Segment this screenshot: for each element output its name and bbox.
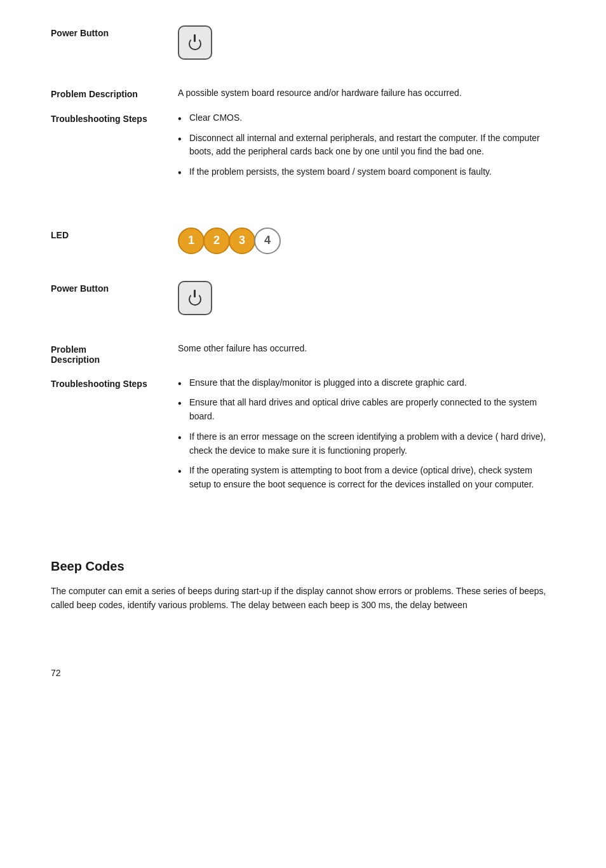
beep-codes-body: The computer can emit a series of beeps … bbox=[51, 584, 555, 613]
led-label: LED bbox=[51, 227, 178, 240]
problem-description-label-1: Problem Description bbox=[51, 86, 178, 99]
second-power-button-row: Power Button bbox=[51, 281, 555, 315]
power-symbol-2 bbox=[187, 290, 203, 306]
step-item: Clear CMOS. bbox=[178, 111, 555, 125]
step-item: If the problem persists, the system boar… bbox=[178, 165, 555, 179]
first-problem-description-row: Problem Description A possible system bo… bbox=[51, 86, 555, 100]
led-circle-2: 2 bbox=[203, 227, 230, 254]
steps-list-1: Clear CMOS. Disconnect all internal and … bbox=[178, 111, 555, 179]
power-symbol-1 bbox=[187, 34, 203, 51]
problem-description-label-2: Problem Description bbox=[51, 342, 178, 365]
beep-codes-section: Beep Codes The computer can emit a serie… bbox=[51, 559, 555, 613]
second-troubleshooting-row: Troubleshooting Steps Ensure that the di… bbox=[51, 376, 555, 498]
led-circles: 1 2 3 4 bbox=[178, 227, 555, 254]
page-number: 72 bbox=[51, 668, 555, 678]
led-circle-3: 3 bbox=[229, 227, 255, 254]
troubleshooting-label-1: Troubleshooting Steps bbox=[51, 111, 178, 124]
problem-description-text-1: A possible system board resource and/or … bbox=[178, 86, 555, 100]
power-button-icon-container-2 bbox=[178, 281, 555, 315]
steps-list-2: Ensure that the display/monitor is plugg… bbox=[178, 376, 555, 492]
power-button-label-1: Power Button bbox=[51, 25, 178, 38]
power-button-icon-container-1 bbox=[178, 25, 555, 60]
step-item: Disconnect all internal and external per… bbox=[178, 132, 555, 159]
power-circle-2 bbox=[189, 293, 201, 306]
problem-description-text-2: Some other failure has occurred. bbox=[178, 342, 555, 355]
step-item: Ensure that all hard drives and optical … bbox=[178, 396, 555, 423]
step-item: If there is an error message on the scre… bbox=[178, 430, 555, 458]
power-button-icon-1 bbox=[178, 25, 212, 60]
power-circle-1 bbox=[189, 37, 201, 50]
second-problem-description-row: Problem Description Some other failure h… bbox=[51, 342, 555, 365]
troubleshooting-steps-2: Ensure that the display/monitor is plugg… bbox=[178, 376, 555, 498]
power-button-label-2: Power Button bbox=[51, 281, 178, 294]
led-circle-4: 4 bbox=[254, 227, 281, 254]
led-circle-1: 1 bbox=[178, 227, 205, 254]
beep-codes-heading: Beep Codes bbox=[51, 559, 555, 574]
first-troubleshooting-row: Troubleshooting Steps Clear CMOS. Discon… bbox=[51, 111, 555, 186]
led-row: LED 1 2 3 4 bbox=[51, 227, 555, 254]
first-power-button-row: Power Button bbox=[51, 25, 555, 60]
step-item: If the operating system is attempting to… bbox=[178, 464, 555, 491]
troubleshooting-steps-1: Clear CMOS. Disconnect all internal and … bbox=[178, 111, 555, 186]
led-circles-container: 1 2 3 4 bbox=[178, 227, 555, 254]
step-item: Ensure that the display/monitor is plugg… bbox=[178, 376, 555, 390]
power-button-icon-2 bbox=[178, 281, 212, 315]
troubleshooting-label-2: Troubleshooting Steps bbox=[51, 376, 178, 389]
